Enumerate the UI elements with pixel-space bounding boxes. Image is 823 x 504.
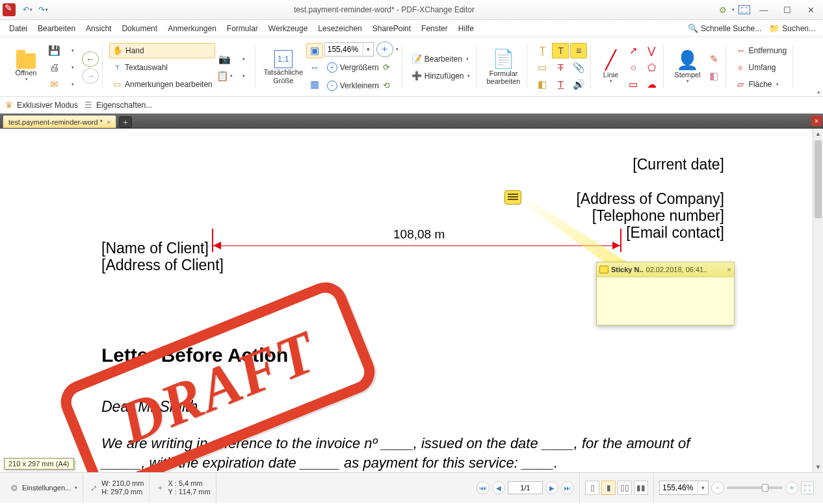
rotate-ccw-icon[interactable]: ⟲ <box>382 81 392 91</box>
document-tab[interactable]: test.payment-reminder-word * × <box>3 115 116 128</box>
zoom-input[interactable] <box>325 45 363 54</box>
form-edit-button[interactable]: 📄 Formular bearbeiten <box>483 42 523 93</box>
scroll-thumb[interactable] <box>815 140 822 218</box>
minimize-button[interactable]: — <box>754 3 774 16</box>
next-page[interactable]: ▶ <box>545 481 558 494</box>
menu-sharepoint[interactable]: SharePoint <box>367 22 416 35</box>
status-zoom-fit[interactable]: ⛶ <box>801 481 814 494</box>
textbox-tool[interactable]: ▭ <box>534 60 551 75</box>
settings-button[interactable]: ⚙Einstellungen...▾ <box>4 473 83 503</box>
layout-two-up[interactable]: ▯▯ <box>618 481 632 495</box>
maximize-button[interactable]: ☐ <box>777 3 797 16</box>
fit-page-button[interactable]: ▣ <box>306 43 323 58</box>
exclusive-mode-toggle[interactable]: ♛Exklusiver Modus <box>4 100 78 110</box>
menu-dokument[interactable]: Dokument <box>116 22 163 35</box>
distance-tool[interactable]: ↔Entfernung <box>733 43 789 58</box>
tab-new[interactable]: ＋ <box>119 116 132 128</box>
menu-anmerkungen[interactable]: Anmerkungen <box>163 22 222 35</box>
fit-width-button[interactable]: ↔ <box>306 60 323 75</box>
menu-werkzeuge[interactable]: Werkzeuge <box>263 22 313 35</box>
layout-single[interactable]: ▯ <box>585 481 599 495</box>
eraser-tool[interactable]: ◧ <box>705 68 722 84</box>
nav-back-button[interactable]: ← <box>82 51 99 67</box>
fit-visible-button[interactable]: ▦ <box>306 77 323 92</box>
menu-formular[interactable]: Formular <box>222 22 263 35</box>
nav-fwd-button[interactable]: → <box>82 68 99 84</box>
distance-annotation[interactable] <box>213 246 620 246</box>
ribbon-collapse[interactable]: ▴ <box>817 88 820 95</box>
scroll-down[interactable]: ▼ <box>813 462 823 472</box>
tools-dropdown-1[interactable]: ▾ <box>235 51 252 67</box>
email-button[interactable]: ✉ <box>46 77 62 92</box>
tab-close-all[interactable]: × <box>811 116 822 126</box>
underline-tool[interactable]: T <box>552 77 569 92</box>
search-button[interactable]: 📁Suchen... <box>765 22 819 35</box>
layout-two-cont[interactable]: ▮▮ <box>634 481 648 495</box>
close-button[interactable]: ✕ <box>801 3 820 16</box>
clipboard-tool[interactable]: 📋▾ <box>216 68 233 84</box>
measure-tick-right[interactable] <box>620 229 621 252</box>
menu-hilfe[interactable]: Hilfe <box>453 22 479 35</box>
typewriter-tool[interactable]: Ṯ <box>534 43 551 58</box>
area-tool[interactable]: ▱Fläche▾ <box>733 77 789 92</box>
zoom-dropdown[interactable]: ▾ <box>363 43 373 56</box>
tab-close[interactable]: × <box>107 118 111 126</box>
oval-tool[interactable]: ○ <box>625 60 642 75</box>
hand-tool[interactable]: ✋Hand <box>109 43 215 58</box>
open-button[interactable]: Öffnen▾ <box>8 42 44 93</box>
strikeout-tool[interactable]: T <box>552 60 569 75</box>
prev-page[interactable]: ◀ <box>492 481 505 494</box>
actual-size-button[interactable]: 1:1 Tatsächliche Größe <box>262 42 305 93</box>
page-number-input[interactable] <box>508 481 543 494</box>
sticky-note-popup[interactable]: Sticky N.. 02.02.2018, 06:41.. × <box>596 262 735 325</box>
rect-tool[interactable]: ▭ <box>625 77 642 92</box>
zoom-in-button[interactable]: ＋Vergrößern⟳ <box>324 60 398 75</box>
sticky-note-tool[interactable]: ≡ <box>570 43 587 58</box>
stamp-tool[interactable]: 👤 Stempel▾ <box>670 42 704 93</box>
arrow-tool[interactable]: ↗ <box>625 43 642 58</box>
pencil-tool[interactable]: ✎ <box>705 51 722 67</box>
menu-lesezeichen[interactable]: Lesezeichen <box>313 22 367 35</box>
print-dropdown[interactable]: ▾ <box>64 60 81 75</box>
content-edit-button[interactable]: 📝Bearbeiten▾ <box>409 51 473 67</box>
menu-ansicht[interactable]: Ansicht <box>81 22 116 35</box>
status-zoom-combo[interactable]: ▾ <box>659 481 709 495</box>
layout-continuous[interactable]: ▮ <box>601 481 616 495</box>
first-page[interactable]: ⏮ <box>477 481 490 494</box>
zoom-slider[interactable] <box>727 486 783 489</box>
ui-options-icon[interactable]: ⚙ <box>718 5 728 15</box>
perimeter-tool[interactable]: ⟐Umfang <box>733 60 789 75</box>
sticky-popup-body[interactable] <box>597 277 734 325</box>
polyline-tool[interactable]: ⋁ <box>643 43 660 58</box>
print-button[interactable]: 🖨 <box>46 60 62 75</box>
last-page[interactable]: ⏭ <box>561 481 574 494</box>
save-dropdown[interactable]: ▾ <box>64 43 81 58</box>
status-zoom-out[interactable]: － <box>711 481 724 494</box>
text-select-tool[interactable]: ꭲTextauswahl <box>109 60 215 75</box>
zoom-combo[interactable]: ▾ <box>324 42 374 57</box>
sticky-popup-header[interactable]: Sticky N.. 02.02.2018, 06:41.. × <box>597 262 734 277</box>
status-zoom-in[interactable]: ＋ <box>785 481 798 494</box>
scroll-up[interactable]: ▲ <box>813 129 823 139</box>
vertical-scrollbar[interactable]: ▲ ▼ <box>813 129 823 472</box>
undo-button[interactable]: ↶▾ <box>20 3 34 17</box>
menu-fenster[interactable]: Fenster <box>416 22 453 35</box>
snapshot-tool[interactable]: 📷 <box>216 51 233 67</box>
rotate-cw-icon[interactable]: ⟳ <box>382 62 392 73</box>
menu-bearbeiten[interactable]: Bearbeiten <box>33 22 81 35</box>
menu-datei[interactable]: Datei <box>4 22 33 35</box>
save-button[interactable]: 💾 <box>46 43 62 58</box>
zoom-out-button[interactable]: －Verkleinern⟲ <box>324 78 398 94</box>
quick-search[interactable]: 🔍Schnelle Suche... <box>684 22 765 35</box>
zoom-in-round[interactable]: ＋ <box>376 42 393 57</box>
line-tool[interactable]: ╱ Linie▾ <box>597 42 623 93</box>
polygon-tool[interactable]: ⬠ <box>643 60 660 75</box>
edit-annotations-tool[interactable]: ▭Anmerkungen bearbeiten <box>109 77 215 92</box>
content-add-button[interactable]: ➕Hinzufügen▾ <box>409 68 473 84</box>
fit-screen-icon[interactable]: ⛶ <box>738 5 750 14</box>
tools-dropdown-2[interactable]: ▾ <box>235 68 252 84</box>
redo-button[interactable]: ↷▾ <box>36 3 50 17</box>
attach-tool[interactable]: 📎 <box>570 60 587 75</box>
properties-button[interactable]: ☰Eigenschaften... <box>83 100 152 110</box>
status-zoom-drop[interactable]: ▾ <box>698 481 708 494</box>
